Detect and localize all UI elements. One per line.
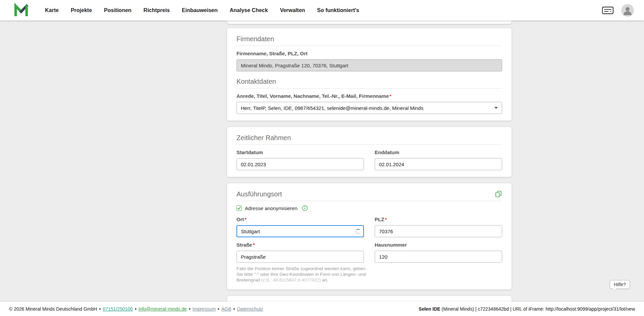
nav-projekte[interactable]: Projekte [71, 7, 92, 13]
ausfuehrungsort-title: Ausführungsort [236, 190, 282, 198]
datenschutz-link[interactable]: Datenschutz [237, 306, 263, 312]
company-summary-input [236, 59, 502, 71]
footer-separator: • [218, 306, 219, 312]
required-asterisk: * [385, 216, 387, 222]
plz-label-text: PLZ [375, 216, 384, 222]
check-icon [237, 206, 241, 210]
anonymize-label: Adresse anonymisieren [245, 205, 298, 211]
card-zeitlicher-rahmen: Zeitlicher Rahmen Startdatum Enddatum [227, 127, 512, 177]
nav-positionen[interactable]: Positionen [104, 7, 131, 13]
footer-separator: • [233, 306, 235, 312]
card-ausfuehrungsort: Ausführungsort Adresse anonymisieren [227, 183, 512, 290]
agb-link[interactable]: AGB [221, 306, 231, 312]
nav-analyse-check[interactable]: Analyse Check [230, 7, 268, 13]
nav-links: Karte Projekte Positionen Richtpreis Ein… [45, 7, 359, 13]
app-logo[interactable] [13, 3, 29, 18]
strasse-input[interactable] [236, 251, 364, 263]
debug-info: Selen IDE (Mineral Minds) | c722348642bd… [419, 306, 635, 312]
hausnummer-input[interactable] [375, 251, 502, 263]
ort-label: Ort* [236, 216, 364, 223]
startdatum-label: Startdatum [236, 149, 364, 155]
footer-separator: • [135, 306, 137, 312]
contact-label: Anrede, Titel, Vorname, Nachname, Tel.-N… [236, 93, 502, 99]
user-icon [621, 4, 634, 17]
nav-karte[interactable]: Karte [45, 7, 59, 13]
ort-input[interactable] [236, 225, 364, 237]
hint-suffix: an. [321, 277, 328, 282]
loading-spinner-icon [356, 229, 361, 234]
kontaktdaten-title: Kontaktdaten [236, 77, 502, 85]
required-asterisk: * [389, 93, 391, 99]
required-asterisk: * [253, 242, 255, 248]
contact-select-value: Herr, TitelP, Selen, IDE, 0987/654321, s… [241, 105, 423, 111]
divider [236, 88, 502, 88]
zeitraum-title: Zeitlicher Rahmen [236, 134, 502, 142]
hausnummer-label: Hausnummer [375, 242, 502, 248]
help-button[interactable]: Hilfe? [610, 280, 630, 289]
hint-coordinates-example: (z.B.: 48.8115607,9.4077422) [261, 277, 321, 282]
nav-richtpreis[interactable]: Richtpreis [144, 7, 170, 13]
contact-label-text: Anrede, Titel, Vorname, Nachname, Tel.-N… [236, 93, 389, 99]
card-partial-bottom [227, 296, 512, 302]
copy-icon[interactable] [495, 190, 502, 198]
divider [236, 201, 502, 201]
enddatum-label: Enddatum [375, 149, 502, 155]
street-hint-text: Falls die Position keiner Straße zugeord… [236, 266, 371, 283]
anonymize-checkbox[interactable] [236, 205, 242, 211]
firmendaten-title: Firmendaten [236, 35, 502, 43]
content-area: Firmendaten Firmenname, Straße, PLZ, Ort… [0, 20, 644, 302]
debug-user: Selen IDE [419, 306, 440, 312]
ort-label-text: Ort [236, 216, 244, 222]
avatar[interactable] [621, 4, 634, 17]
anonymize-checkbox-row[interactable]: Adresse anonymisieren [236, 205, 502, 211]
nav-verwalten[interactable]: Verwalten [280, 7, 305, 13]
plz-input[interactable] [375, 225, 502, 237]
info-icon[interactable] [302, 205, 308, 211]
chevron-down-icon [494, 107, 498, 109]
nav-einbauweisen[interactable]: Einbauweisen [182, 7, 218, 13]
company-summary-label: Firmenname, Straße, PLZ, Ort [236, 51, 502, 57]
enddatum-input[interactable] [375, 158, 502, 170]
footer: © 2026 Mineral Minds Deutschland GmbH • … [0, 302, 644, 316]
footer-separator: • [189, 306, 191, 312]
m-logo-icon [13, 3, 29, 18]
footer-separator: • [99, 306, 101, 312]
plz-label: PLZ* [375, 216, 502, 223]
card-partial-top [227, 20, 512, 24]
startdatum-input[interactable] [236, 158, 364, 170]
phone-link[interactable]: 07151/250100 [103, 306, 133, 312]
nav-so-funktionierts[interactable]: So funktioniert's [317, 7, 359, 13]
required-asterisk: * [245, 216, 247, 222]
email-link[interactable]: info@mineral-minds.de [139, 306, 187, 312]
top-nav: Karte Projekte Positionen Richtpreis Ein… [0, 0, 644, 20]
server-icon[interactable] [602, 6, 614, 15]
strasse-label: Straße* [236, 242, 364, 248]
company-summary-label-text: Firmenname, Straße, PLZ, Ort [236, 51, 308, 56]
contact-select[interactable]: Herr, TitelP, Selen, IDE, 0987/654321, s… [236, 102, 502, 114]
strasse-label-text: Straße [236, 242, 252, 248]
impressum-link[interactable]: Impressum [193, 306, 216, 312]
card-firmendaten: Firmendaten Firmenname, Straße, PLZ, Ort… [227, 28, 512, 121]
divider [236, 46, 502, 46]
copyright-text: © 2026 Mineral Minds Deutschland GmbH [9, 306, 97, 312]
debug-details: (Mineral Minds) | c722348642bd | URL of … [440, 306, 635, 312]
